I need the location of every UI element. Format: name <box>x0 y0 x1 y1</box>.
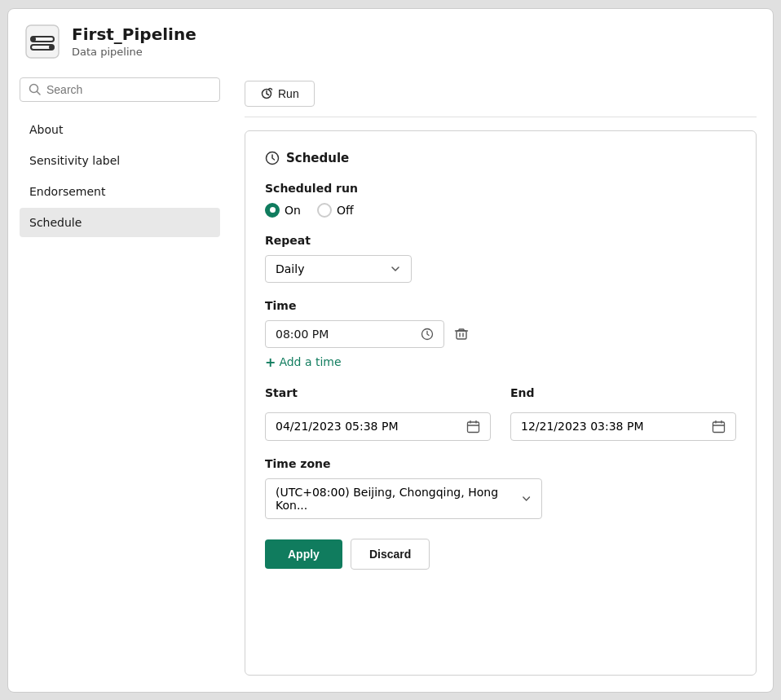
timezone-select[interactable]: (UTC+08:00) Beijing, Chongqing, Hong Kon… <box>265 478 542 519</box>
search-input[interactable] <box>46 83 211 96</box>
timezone-label: Time zone <box>265 457 736 470</box>
scheduled-run-group: Scheduled run On Off <box>265 182 736 218</box>
run-label: Run <box>278 87 299 100</box>
start-input[interactable]: 04/21/2023 05:38 PM <box>265 412 491 441</box>
delete-time-button[interactable] <box>451 324 472 345</box>
divider <box>245 117 757 117</box>
on-label: On <box>285 204 301 217</box>
radio-on-circle <box>265 203 280 218</box>
end-field: End 12/21/2023 03:38 PM <box>510 386 736 441</box>
clock-icon <box>265 151 280 165</box>
repeat-value: Daily <box>276 262 304 275</box>
card-title: Schedule <box>265 151 736 165</box>
action-row: Apply Discard <box>265 539 736 570</box>
plus-icon: + <box>265 354 276 370</box>
radio-on[interactable]: On <box>265 203 301 218</box>
end-value: 12/21/2023 03:38 PM <box>521 420 643 433</box>
start-label: Start <box>265 386 491 399</box>
end-label: End <box>510 386 736 399</box>
chevron-down-tz-icon <box>521 493 532 504</box>
radio-off-circle <box>317 203 332 218</box>
search-icon <box>29 83 42 96</box>
sidebar-item-endorsement[interactable]: Endorsement <box>20 177 220 206</box>
svg-point-3 <box>31 37 36 42</box>
time-group: Time 08:00 PM <box>265 299 736 370</box>
discard-button[interactable]: Discard <box>351 539 430 570</box>
run-icon <box>260 87 273 100</box>
pipeline-icon <box>24 24 60 59</box>
add-time-label: Add a time <box>279 355 341 368</box>
svg-point-4 <box>49 45 54 50</box>
start-field: Start 04/21/2023 05:38 PM <box>265 386 491 441</box>
radio-group: On Off <box>265 203 736 218</box>
search-box[interactable] <box>20 77 220 102</box>
run-button[interactable]: Run <box>245 81 315 107</box>
scheduled-run-label: Scheduled run <box>265 182 736 195</box>
calendar-icon <box>466 420 480 434</box>
trash-icon <box>454 327 469 341</box>
svg-rect-11 <box>713 422 725 433</box>
svg-rect-10 <box>468 422 479 433</box>
sidebar-item-sensitivity-label[interactable]: Sensitivity label <box>20 146 220 175</box>
toolbar: Run <box>245 69 757 117</box>
time-value: 08:00 PM <box>276 328 329 341</box>
off-label: Off <box>337 204 354 217</box>
repeat-group: Repeat Daily <box>265 234 736 283</box>
calendar-end-icon <box>712 420 726 434</box>
apply-button[interactable]: Apply <box>265 539 342 569</box>
time-label: Time <box>265 299 736 312</box>
chevron-down-icon <box>390 263 401 275</box>
radio-off[interactable]: Off <box>317 203 354 218</box>
svg-line-6 <box>38 91 41 95</box>
repeat-select[interactable]: Daily <box>265 255 412 283</box>
sidebar-item-schedule[interactable]: Schedule <box>20 208 220 237</box>
time-input[interactable]: 08:00 PM <box>265 320 444 348</box>
clock-small-icon <box>421 328 434 341</box>
svg-rect-9 <box>457 331 466 339</box>
end-input[interactable]: 12/21/2023 03:38 PM <box>510 412 736 441</box>
header-text: First_Pipeline Data pipeline <box>72 24 196 58</box>
timezone-group: Time zone (UTC+08:00) Beijing, Chongqing… <box>265 457 736 519</box>
sidebar: About Sensitivity label Endorsement Sche… <box>8 69 228 692</box>
app-window: First_Pipeline Data pipeline About Sensi… <box>7 8 774 693</box>
main-content: Run Schedule Scheduled run <box>228 69 773 692</box>
repeat-label: Repeat <box>265 234 736 247</box>
header: First_Pipeline Data pipeline <box>8 9 773 69</box>
add-time-button[interactable]: + Add a time <box>265 354 736 370</box>
schedule-card: Schedule Scheduled run On Off <box>245 130 757 676</box>
date-row: Start 04/21/2023 05:38 PM End 12/2 <box>265 386 736 441</box>
sidebar-item-about[interactable]: About <box>20 115 220 144</box>
start-value: 04/21/2023 05:38 PM <box>276 420 398 433</box>
body: About Sensitivity label Endorsement Sche… <box>8 69 773 692</box>
pipeline-subtitle: Data pipeline <box>72 46 196 58</box>
pipeline-title: First_Pipeline <box>72 24 196 44</box>
time-row: 08:00 PM <box>265 320 736 348</box>
timezone-value: (UTC+08:00) Beijing, Chongqing, Hong Kon… <box>276 486 521 512</box>
